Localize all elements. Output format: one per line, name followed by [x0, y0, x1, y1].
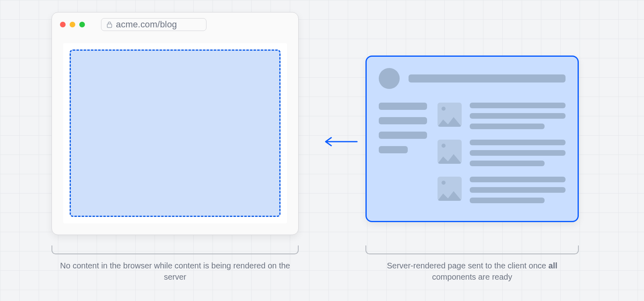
post-item: [438, 177, 566, 203]
caption-right-prefix: Server-rendered page sent to the client …: [387, 261, 548, 270]
text-line: [470, 124, 545, 129]
sidebar-line: [379, 103, 427, 110]
arrow-left-icon: [324, 136, 358, 147]
browser-titlebar: acme.com/blog: [52, 12, 298, 35]
svg-rect-0: [107, 24, 112, 28]
caption-left: No content in the browser while content …: [52, 245, 299, 282]
text-line: [470, 161, 545, 166]
caption-right-text: Server-rendered page sent to the client …: [365, 260, 579, 282]
bracket-icon: [52, 245, 299, 254]
text-line: [470, 177, 566, 182]
text-line: [470, 150, 566, 156]
bracket-icon: [365, 245, 579, 254]
caption-left-text: No content in the browser while content …: [52, 260, 299, 282]
text-line: [470, 140, 566, 145]
window-controls: [60, 22, 85, 27]
browser-viewport: [63, 43, 287, 223]
text-line: [470, 187, 566, 193]
caption-right-bold: all: [549, 261, 557, 270]
image-placeholder-icon: [438, 177, 462, 201]
browser-window: acme.com/blog: [52, 12, 299, 235]
post-item: [438, 103, 566, 129]
streaming-placeholder: [70, 49, 281, 217]
close-icon: [60, 22, 66, 27]
address-url: acme.com/blog: [116, 20, 177, 29]
post-list: [438, 103, 566, 203]
text-line: [470, 198, 545, 203]
address-bar: acme.com/blog: [101, 18, 206, 31]
caption-right: Server-rendered page sent to the client …: [365, 245, 579, 282]
sidebar-line: [379, 132, 427, 139]
server-rendered-page: [365, 56, 579, 222]
page-header: [379, 68, 566, 89]
minimize-icon: [70, 22, 75, 27]
text-line: [470, 113, 566, 119]
sidebar-line: [379, 146, 408, 153]
post-item: [438, 140, 566, 166]
image-placeholder-icon: [438, 103, 462, 127]
text-line: [470, 103, 566, 108]
title-placeholder: [409, 74, 566, 82]
maximize-icon: [79, 22, 85, 27]
image-placeholder-icon: [438, 140, 462, 164]
sidebar-line: [379, 117, 427, 124]
caption-right-suffix: components are ready: [432, 272, 512, 281]
lock-icon: [106, 21, 113, 28]
avatar-placeholder: [379, 68, 400, 89]
sidebar-placeholder: [379, 103, 427, 203]
